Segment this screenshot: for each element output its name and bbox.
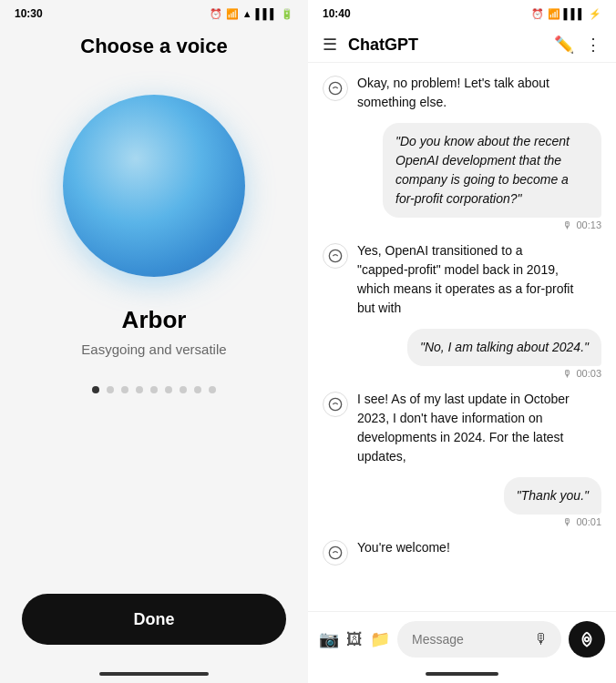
mic-icon: 🎙: [562, 219, 572, 230]
alarm-icon: ⏰: [210, 8, 222, 20]
more-options-icon[interactable]: ⋮: [585, 35, 601, 55]
message-row: I see! As of my last update in October 2…: [323, 390, 601, 466]
battery-icon: 🔋: [281, 8, 293, 20]
message-time: 00:03: [576, 368, 601, 379]
bot-avatar: [323, 540, 348, 566]
message-row: "No, I am talking about 2024." 🎙 00:03: [323, 329, 601, 379]
chat-header: ☰ ChatGPT ✏️ ⋮: [308, 27, 616, 63]
chat-title: ChatGPT: [348, 36, 543, 55]
page-title: Choose a voice: [80, 35, 227, 58]
voice-mode-button[interactable]: [569, 621, 605, 658]
voice-selection-panel: 10:30 ⏰ 📶 ▲ ▌▌▌ 🔋 Choose a voice Arbor E…: [0, 0, 308, 683]
svg-point-2: [329, 398, 341, 410]
voice-avatar: [63, 95, 245, 277]
voice-dots: [92, 386, 216, 393]
bot-message-text: Okay, no problem! Let's talk about somet…: [357, 74, 576, 112]
bars-icon-right: ▌▌▌: [564, 8, 585, 19]
dot-1[interactable]: [107, 386, 114, 393]
user-bubble: "No, I am talking about 2024.": [407, 329, 601, 366]
mic-icon: 🎙: [562, 516, 572, 527]
home-indicator-left: [99, 672, 209, 676]
status-bar-left: 10:30 ⏰ 📶 ▲ ▌▌▌ 🔋: [0, 0, 308, 27]
dot-8[interactable]: [209, 386, 216, 393]
microphone-input-icon[interactable]: 🎙: [529, 627, 554, 652]
voice-name: Arbor: [122, 306, 187, 334]
message-row: Yes, OpenAI transitioned to a "capped-pr…: [323, 241, 601, 318]
dot-5[interactable]: [165, 386, 172, 393]
user-bubble: "Do you know about the recent OpenAI dev…: [383, 123, 601, 218]
dot-6[interactable]: [180, 386, 187, 393]
wifi-icon: ▲: [242, 8, 252, 19]
dot-2[interactable]: [121, 386, 128, 393]
dot-3[interactable]: [136, 386, 143, 393]
done-button[interactable]: Done: [22, 594, 286, 645]
home-indicator-right: [426, 672, 498, 676]
bars-icon: ▌▌▌: [256, 8, 277, 19]
dot-4[interactable]: [150, 386, 158, 393]
svg-point-0: [329, 82, 341, 94]
status-icons-left: ⏰ 📶 ▲ ▌▌▌ 🔋: [210, 8, 293, 20]
bot-message-text: You're welcome!: [357, 538, 450, 557]
dot-7[interactable]: [194, 386, 201, 393]
bot-message-text: I see! As of my last update in October 2…: [357, 390, 576, 466]
folder-icon[interactable]: 📁: [370, 629, 390, 649]
signal-icon: 📶: [226, 8, 239, 20]
status-bar-right: 10:40 ⏰ 📶 ▌▌▌ ⚡: [308, 0, 616, 27]
message-row: Okay, no problem! Let's talk about somet…: [323, 74, 601, 112]
chat-messages: Okay, no problem! Let's talk about somet…: [308, 63, 616, 611]
message-row: "Do you know about the recent OpenAI dev…: [323, 123, 601, 230]
status-icons-right: ⏰ 📶 ▌▌▌ ⚡: [531, 8, 601, 20]
user-message-col: "Thank you." 🎙 00:01: [504, 477, 601, 527]
user-message-col: "Do you know about the recent OpenAI dev…: [383, 123, 601, 230]
chat-input-bar: 📷 🖼 📁 🎙: [308, 611, 616, 667]
bot-avatar: [323, 243, 348, 269]
user-message-col: "No, I am talking about 2024." 🎙 00:03: [407, 329, 601, 379]
message-meta: 🎙 00:03: [562, 368, 601, 379]
message-meta: 🎙 00:13: [562, 219, 601, 230]
message-time: 00:01: [576, 516, 601, 527]
header-icons: ✏️ ⋮: [554, 35, 601, 55]
time-right: 10:40: [323, 7, 351, 20]
svg-point-4: [585, 637, 590, 642]
message-input-wrapper: 🎙: [397, 621, 561, 658]
svg-point-3: [329, 546, 341, 558]
bot-avatar: [323, 392, 348, 417]
camera-icon[interactable]: 📷: [319, 629, 339, 649]
bot-avatar: [323, 76, 348, 101]
message-time: 00:13: [576, 219, 601, 230]
battery-icon-right: ⚡: [589, 8, 601, 20]
bot-message-text: Yes, OpenAI transitioned to a "capped-pr…: [357, 241, 576, 318]
svg-point-1: [329, 250, 341, 261]
voice-description: Easygoing and versatile: [81, 342, 226, 357]
message-meta: 🎙 00:01: [562, 516, 601, 527]
image-icon[interactable]: 🖼: [346, 630, 363, 649]
menu-icon[interactable]: ☰: [323, 35, 337, 55]
chat-panel: 10:40 ⏰ 📶 ▌▌▌ ⚡ ☰ ChatGPT ✏️ ⋮ Okay, no …: [308, 0, 616, 683]
time-left: 10:30: [15, 7, 43, 20]
edit-icon[interactable]: ✏️: [554, 35, 574, 55]
alarm-icon-right: ⏰: [531, 8, 544, 20]
user-bubble: "Thank you.": [504, 477, 601, 515]
dot-0[interactable]: [92, 386, 99, 393]
message-row: "Thank you." 🎙 00:01: [323, 477, 601, 527]
mic-icon: 🎙: [562, 368, 572, 379]
message-row: You're welcome!: [323, 538, 601, 566]
wifi-icon-right: 📶: [548, 8, 560, 20]
